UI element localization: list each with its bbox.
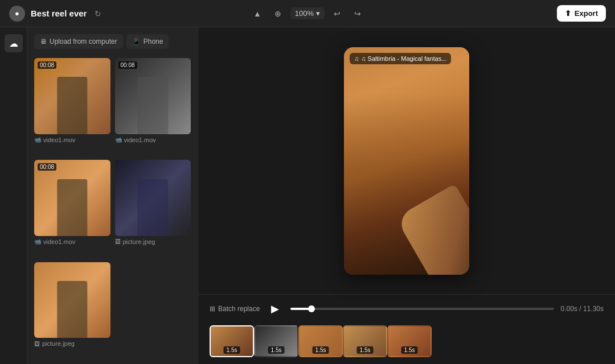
media-thumbnail <box>115 160 191 236</box>
timeline-clip[interactable]: 1.5s <box>298 325 343 357</box>
topbar-right: ⬆ Export <box>407 5 606 22</box>
zoom-control[interactable]: 100% ▾ <box>290 7 325 19</box>
undo-button[interactable]: ↩ <box>329 6 345 22</box>
media-tabs: 🖥 Upload from computer 📱 Phone <box>27 27 198 53</box>
preview-area: ♫ ♫ Saltimbria - Magical fantas... ⊞ Bat… <box>198 27 615 364</box>
play-button[interactable]: ▶ <box>266 300 284 317</box>
logo-icon: ● <box>15 9 19 18</box>
time-display: 0.00s / 11.30s <box>561 305 604 313</box>
tab-phone-label: Phone <box>144 38 163 46</box>
redo-button[interactable]: ↪ <box>350 6 366 22</box>
progress-thumb <box>308 305 315 312</box>
zoom-chevron: ▾ <box>316 9 320 18</box>
clip-duration: 1.5s <box>313 346 329 354</box>
sidebar-nav: ☁ <box>0 27 27 364</box>
preview-phone: ♫ ♫ Saltimbria - Magical fantas... <box>344 47 469 275</box>
export-icon: ⬆ <box>565 9 571 18</box>
batch-replace-label: Batch replace <box>218 305 260 313</box>
media-label: 📹 video1.mov <box>115 136 191 143</box>
export-label: Export <box>575 9 598 18</box>
refresh-icon[interactable]: ↻ <box>92 8 104 19</box>
clip-duration: 1.5s <box>268 346 285 354</box>
list-item[interactable]: 🖼 picture.jpeg <box>115 160 191 257</box>
current-time: 0.00s <box>561 305 577 313</box>
upload-icon: 🖥 <box>40 38 47 46</box>
batch-replace-button[interactable]: ⊞ Batch replace <box>210 305 260 313</box>
video-icon: 📹 <box>34 136 41 143</box>
media-grid: 00:08 📹 video1.mov 00:08 📹 video1.mov <box>27 53 198 364</box>
progress-track[interactable] <box>290 308 554 310</box>
image-icon: 🖼 <box>115 238 121 245</box>
clip-duration: 1.5s <box>224 346 240 354</box>
total-time: 11.30s <box>583 305 604 313</box>
export-button[interactable]: ⬆ Export <box>557 5 606 22</box>
media-panel: 🖥 Upload from computer 📱 Phone 00:08 📹 v… <box>27 27 198 364</box>
timeline-strip: 1.5s 1.5s 1.5s 1.5s 1.5s <box>198 323 615 364</box>
timeline-clip[interactable]: 1.5s <box>254 325 298 357</box>
media-label: 📹 video1.mov <box>34 238 110 245</box>
phone-icon: 📱 <box>132 38 141 46</box>
time-separator: / <box>579 305 583 313</box>
music-label: ♫ Saltimbria - Magical fantas... <box>361 55 446 62</box>
clip-duration: 1.5s <box>357 346 374 354</box>
location-icon[interactable]: ⊕ <box>270 6 286 22</box>
music-tag: ♫ ♫ Saltimbria - Magical fantas... <box>350 53 451 64</box>
zoom-value: 100% <box>295 9 314 18</box>
project-title: Best reel ever <box>31 9 87 18</box>
preview-wrapper: ♫ ♫ Saltimbria - Magical fantas... <box>198 27 615 294</box>
list-item[interactable]: 00:08 📹 video1.mov <box>34 58 110 155</box>
batch-replace-icon: ⊞ <box>210 305 215 313</box>
app-logo: ● <box>9 6 25 22</box>
main-layout: ☁ 🖥 Upload from computer 📱 Phone 00:08 📹 <box>0 27 615 364</box>
tab-upload-computer[interactable]: 🖥 Upload from computer <box>34 34 123 49</box>
topbar-left: ● Best reel ever ↻ <box>9 6 208 22</box>
bottom-controls: ⊞ Batch replace ▶ 0.00s / 11.30s 1.5 <box>198 294 615 364</box>
progress-fill <box>290 308 311 310</box>
media-thumbnail: 00:08 <box>34 160 110 236</box>
time-badge: 00:08 <box>38 163 56 171</box>
tab-phone[interactable]: 📱 Phone <box>126 34 169 49</box>
media-label: 🖼 picture.jpeg <box>115 238 191 245</box>
media-thumbnail <box>34 262 110 338</box>
timeline-clip[interactable]: 1.5s <box>210 325 254 357</box>
tab-upload-label: Upload from computer <box>50 38 117 46</box>
media-thumbnail: 00:08 <box>115 58 191 134</box>
topbar: ● Best reel ever ↻ ▲ ⊕ 100% ▾ ↩ ↪ ⬆ Expo… <box>0 0 615 27</box>
time-badge: 00:08 <box>38 61 56 69</box>
timeline-clip[interactable]: 1.5s <box>387 325 432 357</box>
music-icon: ♫ <box>354 55 359 62</box>
media-label: 🖼 picture.jpeg <box>34 340 110 347</box>
image-icon: 🖼 <box>34 341 40 347</box>
timeline-clip[interactable]: 1.5s <box>343 325 387 357</box>
sidebar-icon-upload[interactable]: ☁ <box>5 34 23 52</box>
media-thumbnail: 00:08 <box>34 58 110 134</box>
media-label: 📹 video1.mov <box>34 136 110 143</box>
list-item[interactable]: 🖼 picture.jpeg <box>34 262 110 359</box>
topbar-center: ▲ ⊕ 100% ▾ ↩ ↪ <box>208 6 407 22</box>
video-icon: 📹 <box>34 238 41 245</box>
list-item[interactable]: 00:08 📹 video1.mov <box>34 160 110 257</box>
navigate-icon[interactable]: ▲ <box>249 6 265 22</box>
video-icon: 📹 <box>115 136 122 143</box>
list-item[interactable]: 00:08 📹 video1.mov <box>115 58 191 155</box>
clip-duration: 1.5s <box>401 346 418 354</box>
playback-bar: ⊞ Batch replace ▶ 0.00s / 11.30s <box>198 295 615 323</box>
time-badge: 00:08 <box>118 61 137 69</box>
